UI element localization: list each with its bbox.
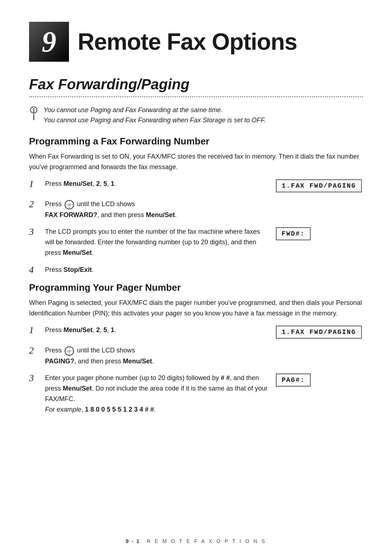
step-fwd-2-content: Press or until the LCD shows FAX FORWARD… (45, 199, 276, 220)
step-fwd-4-content: Press Stop/Exit. (45, 265, 276, 275)
fax-forwarding-intro: When Fax Forwarding is set to ON, your F… (29, 151, 363, 172)
step-fwd-2-lcd (276, 199, 363, 200)
chapter-header: 9 Remote Fax Options (29, 22, 363, 62)
step-fwd-3: 3 The LCD prompts you to enter the numbe… (29, 227, 363, 258)
step-pager-3-number: 3 (29, 373, 45, 384)
subsection-fax-forwarding-heading: Programming a Fax Forwarding Number (29, 136, 363, 147)
step-fwd-2-number: 2 (29, 199, 45, 210)
page-container: 9 Remote Fax Options Fax Forwarding/Pagi… (0, 0, 392, 443)
scroll-icon-fwd-2: or (64, 200, 74, 210)
lcd-pager-3: PAG#: (276, 374, 311, 387)
step-fwd-1-lcd: 1.FAX FWD/PAGING (276, 179, 363, 192)
section-heading: Fax Forwarding/Paging (29, 76, 363, 93)
chapter-title: Remote Fax Options (69, 28, 297, 55)
step-fwd-4-lcd (276, 265, 363, 265)
step-fwd-1-number: 1 (29, 179, 45, 189)
step-pager-1-content: Press Menu/Set, 2, 5, 1. (45, 325, 276, 335)
fax-forwarding-steps: 1 Press Menu/Set, 2, 5, 1. 1.FAX FWD/PAG… (29, 179, 363, 275)
note-icon (29, 106, 38, 122)
footer-chapter-text: R E M O T E F A X O P T I O N S (147, 538, 266, 544)
step-fwd-4: 4 Press Stop/Exit. (29, 265, 363, 276)
note-text: You cannot use Paging and Fax Forwarding… (44, 105, 266, 126)
note-box: You cannot use Paging and Fax Forwarding… (29, 105, 363, 126)
step-pager-1-number: 1 (29, 325, 45, 336)
step-pager-2-lcd (276, 345, 363, 346)
step-pager-2-number: 2 (29, 345, 45, 356)
step-pager-3-lcd: PAG#: (276, 373, 363, 387)
step-fwd-3-lcd: FWD#: (276, 227, 363, 240)
pager-intro: When Paging is selected, your FAX/MFC di… (29, 298, 363, 319)
lcd-fwd-3: FWD#: (276, 227, 311, 240)
step-pager-2-content: Press or until the LCD shows PAGING?, an… (45, 345, 276, 366)
step-fwd-4-number: 4 (29, 265, 45, 276)
step-fwd-1-content: Press Menu/Set, 2, 5, 1. (45, 179, 276, 189)
page-footer: 9 - 1 R E M O T E F A X O P T I O N S (0, 538, 392, 544)
lcd-pager-1: 1.FAX FWD/PAGING (276, 326, 362, 339)
subsection-fax-forwarding: Programming a Fax Forwarding Number When… (29, 136, 363, 276)
subsection-pager: Programming Your Pager Number When Pagin… (29, 282, 363, 415)
step-fwd-2: 2 Press or until the LCD shows FAX FORWA… (29, 199, 363, 220)
step-pager-3: 3 Enter your pager phone number (up to 2… (29, 373, 363, 415)
svg-text:or: or (68, 349, 72, 353)
svg-text:or: or (68, 203, 72, 207)
chapter-number: 9 (42, 27, 56, 56)
section-separator (29, 96, 363, 97)
step-pager-3-content: Enter your pager phone number (up to 20 … (45, 373, 276, 415)
svg-point-3 (33, 108, 34, 110)
step-pager-1: 1 Press Menu/Set, 2, 5, 1. 1.FAX FWD/PAG… (29, 325, 363, 339)
step-pager-1-lcd: 1.FAX FWD/PAGING (276, 325, 363, 339)
subsection-pager-heading: Programming Your Pager Number (29, 282, 363, 293)
step-fwd-1: 1 Press Menu/Set, 2, 5, 1. 1.FAX FWD/PAG… (29, 179, 363, 192)
scroll-icon-pager-2: or (64, 346, 74, 356)
step-fwd-3-number: 3 (29, 227, 45, 237)
lcd-fwd-1: 1.FAX FWD/PAGING (276, 179, 362, 192)
footer-page-number: 9 - 1 (126, 538, 140, 544)
pager-steps: 1 Press Menu/Set, 2, 5, 1. 1.FAX FWD/PAG… (29, 325, 363, 415)
chapter-number-box: 9 (29, 22, 69, 62)
step-fwd-3-content: The LCD prompts you to enter the number … (45, 227, 276, 258)
step-pager-2: 2 Press or until the LCD shows PAGING?, … (29, 345, 363, 366)
